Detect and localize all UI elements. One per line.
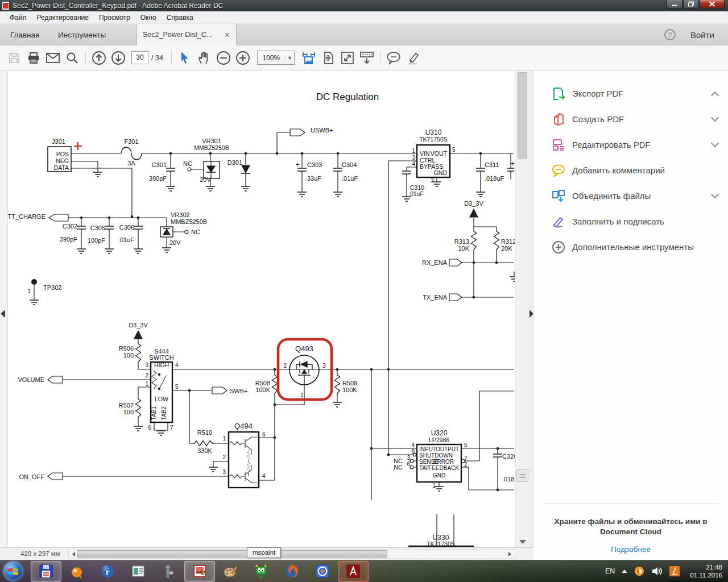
schematic-label: LOW	[155, 396, 168, 402]
adobe-reader-icon	[346, 564, 361, 579]
highlighter-icon[interactable]	[403, 48, 423, 68]
schematic-label: ON_OFF	[19, 473, 44, 480]
schematic-label: 330K	[197, 447, 212, 454]
taskbar-item-realplayer[interactable]: r	[92, 561, 123, 582]
menu-window[interactable]: Окно	[135, 12, 162, 23]
java-update-icon[interactable]	[669, 566, 680, 576]
taskbar-clock[interactable]: 21:48 01.11.2016	[690, 563, 722, 579]
zoom-level-select[interactable]: 100% ▼	[257, 51, 295, 65]
schematic-label: 6	[148, 425, 151, 431]
windows-flag-icon	[7, 566, 19, 576]
menu-edit[interactable]: Редактирование	[32, 12, 94, 23]
schematic-label: 1	[27, 288, 31, 294]
tool-more-tools[interactable]: Дополнительные инструменты	[533, 234, 728, 260]
image-editor-icon	[192, 564, 207, 579]
tool-combine-files[interactable]: Объединить файлы	[533, 183, 728, 209]
search-icon[interactable]	[63, 48, 82, 68]
tool-export-pdf[interactable]: Экспорт PDF	[533, 81, 728, 106]
horizontal-scrollbar-thumb[interactable]	[77, 550, 387, 558]
previous-page-icon[interactable]	[89, 48, 109, 68]
learn-more-link[interactable]: Подробнее	[611, 545, 651, 554]
zoom-in-icon[interactable]	[233, 48, 253, 68]
vertical-scrollbar[interactable]	[515, 70, 530, 547]
schematic-label: HIGH	[154, 361, 169, 368]
volume-icon[interactable]	[651, 566, 663, 576]
menu-help[interactable]: Справка	[162, 12, 198, 23]
menu-view[interactable]: Просмотр	[94, 12, 135, 23]
taskbar-item-fl-studio[interactable]	[61, 561, 92, 582]
pdf-page[interactable]: DC RegulationJ301POSNEGDATAF3013AVR301MM…	[8, 70, 515, 547]
schematic-label: 6	[262, 431, 266, 438]
tools-pane-collapse-icon[interactable]	[530, 310, 533, 318]
nav-pane-collapse-icon[interactable]	[1, 310, 5, 318]
paint-icon	[223, 564, 238, 579]
horizontal-scrollbar[interactable]	[68, 549, 515, 559]
tools-panel: Экспорт PDF Создать PDF Редактировать PD…	[533, 70, 728, 560]
schematic-label: GND	[434, 169, 448, 176]
tool-add-comment[interactable]: Добавить комментарий	[533, 157, 728, 183]
tab-tools[interactable]: Инструменты	[50, 24, 114, 45]
hand-tool-icon[interactable]	[195, 48, 214, 68]
scrollbar-grip[interactable]	[516, 469, 528, 482]
scroll-right-icon[interactable]	[508, 552, 511, 556]
language-indicator[interactable]: EN	[605, 567, 615, 575]
fit-width-icon[interactable]	[299, 48, 318, 68]
schematic-label: 3	[222, 469, 226, 475]
vertical-scrollbar-thumb[interactable]	[518, 72, 527, 159]
taskbar-item-firefox[interactable]	[276, 561, 307, 582]
comment-icon[interactable]	[384, 48, 403, 68]
email-icon[interactable]	[43, 48, 63, 68]
taskbar-item-green-monster[interactable]	[246, 561, 276, 582]
tray-app-icon[interactable]	[634, 566, 644, 576]
taskbar-item-floppy[interactable]	[31, 561, 61, 582]
schematic-label: U310	[425, 128, 442, 136]
fuse-symbol	[121, 147, 142, 160]
tool-label: Заполнить и подписать	[572, 217, 718, 226]
schematic-label: TK71750S	[419, 136, 448, 143]
taskbar-item-image-editor[interactable]	[184, 561, 215, 582]
scroll-left-icon[interactable]	[72, 552, 75, 556]
close-button[interactable]	[700, 0, 725, 9]
taskbar-item-adobe-reader[interactable]	[338, 561, 369, 582]
menu-file[interactable]: Файл	[5, 12, 32, 23]
tab-close-icon[interactable]: ✕	[224, 31, 230, 39]
fullscreen-icon[interactable]	[338, 48, 357, 68]
tool-fill-sign[interactable]: Заполнить и подписать	[533, 209, 728, 234]
schematic-label: R510	[197, 429, 212, 436]
taskbar-item-window-app[interactable]	[123, 561, 154, 582]
signin-button[interactable]: Войти	[690, 30, 714, 40]
schematic-label: TAB1	[151, 406, 157, 420]
help-icon[interactable]: ?	[664, 29, 676, 40]
schematic-label: .01uF	[118, 236, 134, 243]
restore-button[interactable]	[683, 0, 699, 9]
fit-page-icon[interactable]	[318, 48, 338, 68]
capacitor-plates	[77, 168, 514, 457]
tab-home[interactable]: Главная	[2, 24, 47, 45]
scroll-down-icon[interactable]	[519, 540, 526, 544]
system-tray: EN 21:48 01.11.2016	[605, 563, 728, 579]
next-page-icon[interactable]	[109, 48, 128, 68]
taskbar-item-media-player[interactable]	[307, 561, 338, 582]
schematic-label: 10K	[458, 245, 469, 252]
schematic-label: .018uF	[502, 476, 515, 483]
taskbar-item-key-tool[interactable]	[154, 561, 184, 582]
document-cloud-text-line2: Document Cloud	[543, 527, 719, 537]
select-tool-icon[interactable]	[175, 48, 195, 68]
tab-document[interactable]: Sec2_Power Dist_C... ✕	[136, 24, 237, 45]
schematic-label: VIN	[420, 150, 430, 157]
print-icon[interactable]	[24, 48, 43, 68]
chevron-down-icon	[711, 190, 719, 198]
combine-files-icon	[552, 189, 565, 203]
save-icon[interactable]	[5, 48, 24, 68]
tool-create-pdf[interactable]: Создать PDF	[533, 106, 728, 132]
minimize-button[interactable]	[667, 0, 682, 9]
tray-expand-icon[interactable]	[622, 569, 627, 573]
taskbar-item-paint[interactable]	[215, 561, 246, 582]
tool-edit-pdf[interactable]: Редактировать PDF	[533, 132, 728, 157]
zoom-out-icon[interactable]	[214, 48, 233, 68]
page-number-input[interactable]: 30	[131, 51, 148, 64]
reading-mode-icon[interactable]	[357, 48, 377, 68]
schematic-label: 3	[407, 455, 410, 461]
start-button[interactable]	[3, 562, 23, 581]
schematic-label: C320	[502, 453, 515, 460]
